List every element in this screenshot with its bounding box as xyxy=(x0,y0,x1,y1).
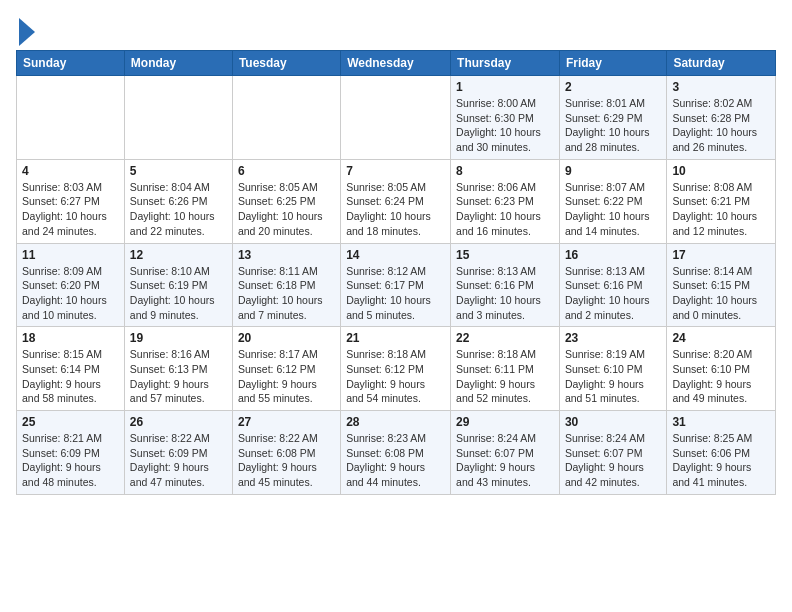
calendar-cell: 2Sunrise: 8:01 AM Sunset: 6:29 PM Daylig… xyxy=(559,76,666,160)
day-header-friday: Friday xyxy=(559,51,666,76)
cell-content: Sunrise: 8:07 AM Sunset: 6:22 PM Dayligh… xyxy=(565,180,661,239)
day-number: 4 xyxy=(22,164,119,178)
cell-content: Sunrise: 8:23 AM Sunset: 6:08 PM Dayligh… xyxy=(346,431,445,490)
calendar-cell: 18Sunrise: 8:15 AM Sunset: 6:14 PM Dayli… xyxy=(17,327,125,411)
calendar-table: SundayMondayTuesdayWednesdayThursdayFrid… xyxy=(16,50,776,495)
cell-content: Sunrise: 8:08 AM Sunset: 6:21 PM Dayligh… xyxy=(672,180,770,239)
calendar-cell: 29Sunrise: 8:24 AM Sunset: 6:07 PM Dayli… xyxy=(451,411,560,495)
calendar-cell: 17Sunrise: 8:14 AM Sunset: 6:15 PM Dayli… xyxy=(667,243,776,327)
calendar-cell xyxy=(17,76,125,160)
day-number: 2 xyxy=(565,80,661,94)
calendar-cell: 24Sunrise: 8:20 AM Sunset: 6:10 PM Dayli… xyxy=(667,327,776,411)
day-number: 21 xyxy=(346,331,445,345)
cell-content: Sunrise: 8:12 AM Sunset: 6:17 PM Dayligh… xyxy=(346,264,445,323)
page-header xyxy=(16,16,776,46)
cell-content: Sunrise: 8:18 AM Sunset: 6:11 PM Dayligh… xyxy=(456,347,554,406)
calendar-cell: 19Sunrise: 8:16 AM Sunset: 6:13 PM Dayli… xyxy=(124,327,232,411)
logo-arrow-icon xyxy=(19,18,35,46)
cell-content: Sunrise: 8:16 AM Sunset: 6:13 PM Dayligh… xyxy=(130,347,227,406)
day-number: 19 xyxy=(130,331,227,345)
calendar-cell: 31Sunrise: 8:25 AM Sunset: 6:06 PM Dayli… xyxy=(667,411,776,495)
calendar-cell: 1Sunrise: 8:00 AM Sunset: 6:30 PM Daylig… xyxy=(451,76,560,160)
calendar-cell: 22Sunrise: 8:18 AM Sunset: 6:11 PM Dayli… xyxy=(451,327,560,411)
day-number: 18 xyxy=(22,331,119,345)
calendar-cell: 23Sunrise: 8:19 AM Sunset: 6:10 PM Dayli… xyxy=(559,327,666,411)
calendar-cell: 15Sunrise: 8:13 AM Sunset: 6:16 PM Dayli… xyxy=(451,243,560,327)
cell-content: Sunrise: 8:00 AM Sunset: 6:30 PM Dayligh… xyxy=(456,96,554,155)
calendar-cell: 25Sunrise: 8:21 AM Sunset: 6:09 PM Dayli… xyxy=(17,411,125,495)
day-header-tuesday: Tuesday xyxy=(232,51,340,76)
cell-content: Sunrise: 8:05 AM Sunset: 6:24 PM Dayligh… xyxy=(346,180,445,239)
cell-content: Sunrise: 8:05 AM Sunset: 6:25 PM Dayligh… xyxy=(238,180,335,239)
calendar-cell: 14Sunrise: 8:12 AM Sunset: 6:17 PM Dayli… xyxy=(341,243,451,327)
day-number: 25 xyxy=(22,415,119,429)
calendar-cell: 9Sunrise: 8:07 AM Sunset: 6:22 PM Daylig… xyxy=(559,159,666,243)
day-number: 1 xyxy=(456,80,554,94)
day-number: 31 xyxy=(672,415,770,429)
calendar-cell xyxy=(124,76,232,160)
calendar-cell: 10Sunrise: 8:08 AM Sunset: 6:21 PM Dayli… xyxy=(667,159,776,243)
day-number: 20 xyxy=(238,331,335,345)
day-number: 10 xyxy=(672,164,770,178)
day-number: 23 xyxy=(565,331,661,345)
cell-content: Sunrise: 8:22 AM Sunset: 6:09 PM Dayligh… xyxy=(130,431,227,490)
calendar-cell: 21Sunrise: 8:18 AM Sunset: 6:12 PM Dayli… xyxy=(341,327,451,411)
day-number: 12 xyxy=(130,248,227,262)
cell-content: Sunrise: 8:24 AM Sunset: 6:07 PM Dayligh… xyxy=(456,431,554,490)
day-number: 13 xyxy=(238,248,335,262)
day-number: 7 xyxy=(346,164,445,178)
calendar-cell: 12Sunrise: 8:10 AM Sunset: 6:19 PM Dayli… xyxy=(124,243,232,327)
cell-content: Sunrise: 8:13 AM Sunset: 6:16 PM Dayligh… xyxy=(456,264,554,323)
calendar-cell: 13Sunrise: 8:11 AM Sunset: 6:18 PM Dayli… xyxy=(232,243,340,327)
cell-content: Sunrise: 8:14 AM Sunset: 6:15 PM Dayligh… xyxy=(672,264,770,323)
day-number: 5 xyxy=(130,164,227,178)
calendar-cell: 5Sunrise: 8:04 AM Sunset: 6:26 PM Daylig… xyxy=(124,159,232,243)
day-number: 29 xyxy=(456,415,554,429)
cell-content: Sunrise: 8:19 AM Sunset: 6:10 PM Dayligh… xyxy=(565,347,661,406)
day-number: 15 xyxy=(456,248,554,262)
cell-content: Sunrise: 8:13 AM Sunset: 6:16 PM Dayligh… xyxy=(565,264,661,323)
day-header-sunday: Sunday xyxy=(17,51,125,76)
calendar-cell: 6Sunrise: 8:05 AM Sunset: 6:25 PM Daylig… xyxy=(232,159,340,243)
cell-content: Sunrise: 8:20 AM Sunset: 6:10 PM Dayligh… xyxy=(672,347,770,406)
day-number: 11 xyxy=(22,248,119,262)
day-header-monday: Monday xyxy=(124,51,232,76)
day-number: 27 xyxy=(238,415,335,429)
day-number: 9 xyxy=(565,164,661,178)
cell-content: Sunrise: 8:24 AM Sunset: 6:07 PM Dayligh… xyxy=(565,431,661,490)
day-header-saturday: Saturday xyxy=(667,51,776,76)
logo xyxy=(16,16,35,46)
calendar-cell: 11Sunrise: 8:09 AM Sunset: 6:20 PM Dayli… xyxy=(17,243,125,327)
cell-content: Sunrise: 8:04 AM Sunset: 6:26 PM Dayligh… xyxy=(130,180,227,239)
day-number: 16 xyxy=(565,248,661,262)
calendar-cell: 4Sunrise: 8:03 AM Sunset: 6:27 PM Daylig… xyxy=(17,159,125,243)
cell-content: Sunrise: 8:06 AM Sunset: 6:23 PM Dayligh… xyxy=(456,180,554,239)
day-number: 24 xyxy=(672,331,770,345)
day-number: 30 xyxy=(565,415,661,429)
cell-content: Sunrise: 8:10 AM Sunset: 6:19 PM Dayligh… xyxy=(130,264,227,323)
calendar-cell: 7Sunrise: 8:05 AM Sunset: 6:24 PM Daylig… xyxy=(341,159,451,243)
cell-content: Sunrise: 8:09 AM Sunset: 6:20 PM Dayligh… xyxy=(22,264,119,323)
cell-content: Sunrise: 8:17 AM Sunset: 6:12 PM Dayligh… xyxy=(238,347,335,406)
cell-content: Sunrise: 8:03 AM Sunset: 6:27 PM Dayligh… xyxy=(22,180,119,239)
cell-content: Sunrise: 8:25 AM Sunset: 6:06 PM Dayligh… xyxy=(672,431,770,490)
calendar-cell: 30Sunrise: 8:24 AM Sunset: 6:07 PM Dayli… xyxy=(559,411,666,495)
calendar-cell: 27Sunrise: 8:22 AM Sunset: 6:08 PM Dayli… xyxy=(232,411,340,495)
cell-content: Sunrise: 8:18 AM Sunset: 6:12 PM Dayligh… xyxy=(346,347,445,406)
calendar-cell: 16Sunrise: 8:13 AM Sunset: 6:16 PM Dayli… xyxy=(559,243,666,327)
calendar-cell: 26Sunrise: 8:22 AM Sunset: 6:09 PM Dayli… xyxy=(124,411,232,495)
cell-content: Sunrise: 8:15 AM Sunset: 6:14 PM Dayligh… xyxy=(22,347,119,406)
day-number: 28 xyxy=(346,415,445,429)
day-number: 26 xyxy=(130,415,227,429)
day-number: 17 xyxy=(672,248,770,262)
calendar-cell xyxy=(341,76,451,160)
cell-content: Sunrise: 8:11 AM Sunset: 6:18 PM Dayligh… xyxy=(238,264,335,323)
cell-content: Sunrise: 8:02 AM Sunset: 6:28 PM Dayligh… xyxy=(672,96,770,155)
day-number: 22 xyxy=(456,331,554,345)
day-number: 14 xyxy=(346,248,445,262)
cell-content: Sunrise: 8:01 AM Sunset: 6:29 PM Dayligh… xyxy=(565,96,661,155)
day-number: 8 xyxy=(456,164,554,178)
calendar-cell xyxy=(232,76,340,160)
day-number: 3 xyxy=(672,80,770,94)
calendar-cell: 8Sunrise: 8:06 AM Sunset: 6:23 PM Daylig… xyxy=(451,159,560,243)
